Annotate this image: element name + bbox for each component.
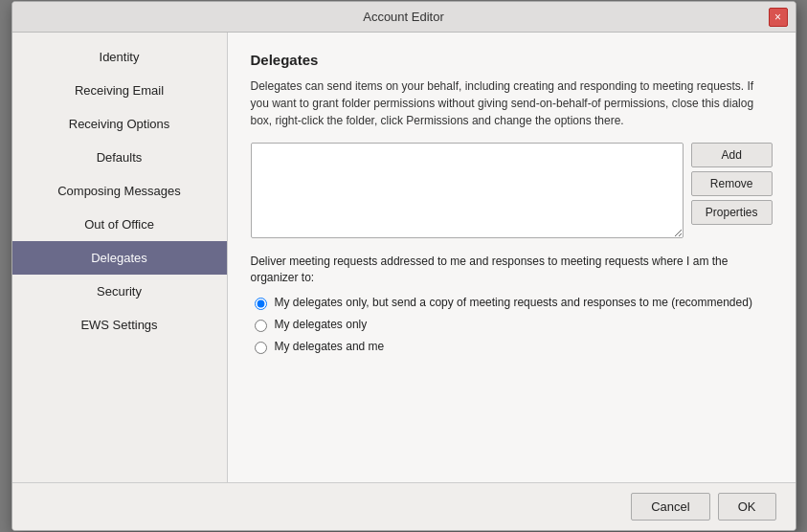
main-content: Delegates Delegates can send items on yo… xyxy=(228,33,796,482)
close-button[interactable]: × xyxy=(769,8,788,27)
radio-recommended[interactable]: My delegates only, but send a copy of me… xyxy=(255,296,773,310)
delegates-list[interactable] xyxy=(251,143,684,238)
dialog-body: IdentityReceiving EmailReceiving Options… xyxy=(12,33,796,482)
radio-recommended-label: My delegates only, but send a copy of me… xyxy=(275,296,752,309)
delegates-area: Add Remove Properties xyxy=(251,143,773,238)
section-title: Delegates xyxy=(251,52,773,68)
sidebar-item-defaults[interactable]: Defaults xyxy=(12,141,227,174)
sidebar: IdentityReceiving EmailReceiving Options… xyxy=(12,33,228,482)
sidebar-item-composing-messages[interactable]: Composing Messages xyxy=(12,174,227,208)
ok-button[interactable]: OK xyxy=(718,493,776,521)
title-bar: Account Editor × xyxy=(12,2,796,33)
sidebar-item-security[interactable]: Security xyxy=(12,275,227,308)
sidebar-item-receiving-email[interactable]: Receiving Email xyxy=(12,74,227,107)
radio-delegates-and-me-label: My delegates and me xyxy=(275,340,385,353)
sidebar-item-identity[interactable]: Identity xyxy=(12,40,227,74)
remove-button[interactable]: Remove xyxy=(691,171,773,196)
cancel-button[interactable]: Cancel xyxy=(631,493,709,521)
sidebar-item-delegates[interactable]: Delegates xyxy=(12,241,227,275)
radio-delegates-only-input[interactable] xyxy=(255,320,267,332)
delegates-buttons: Add Remove Properties xyxy=(691,143,773,238)
sidebar-item-receiving-options[interactable]: Receiving Options xyxy=(12,107,227,141)
radio-delegates-and-me[interactable]: My delegates and me xyxy=(255,340,773,354)
radio-recommended-input[interactable] xyxy=(255,298,267,310)
radio-delegates-only-label: My delegates only xyxy=(275,318,368,331)
radio-group: My delegates only, but send a copy of me… xyxy=(255,296,773,354)
description-text: Delegates can send items on your behalf,… xyxy=(251,78,773,129)
account-editor-dialog: Account Editor × IdentityReceiving Email… xyxy=(11,1,796,531)
sidebar-item-out-of-office[interactable]: Out of Office xyxy=(12,208,227,241)
radio-delegates-and-me-input[interactable] xyxy=(255,342,267,354)
add-button[interactable]: Add xyxy=(691,143,773,167)
sidebar-item-ews-settings[interactable]: EWS Settings xyxy=(12,308,227,342)
properties-button[interactable]: Properties xyxy=(691,200,773,225)
dialog-footer: Cancel OK xyxy=(12,482,796,530)
meeting-label: Deliver meeting requests addressed to me… xyxy=(251,254,773,286)
dialog-title: Account Editor xyxy=(363,10,444,24)
radio-delegates-only[interactable]: My delegates only xyxy=(255,318,773,332)
meeting-section: Deliver meeting requests addressed to me… xyxy=(251,254,773,354)
